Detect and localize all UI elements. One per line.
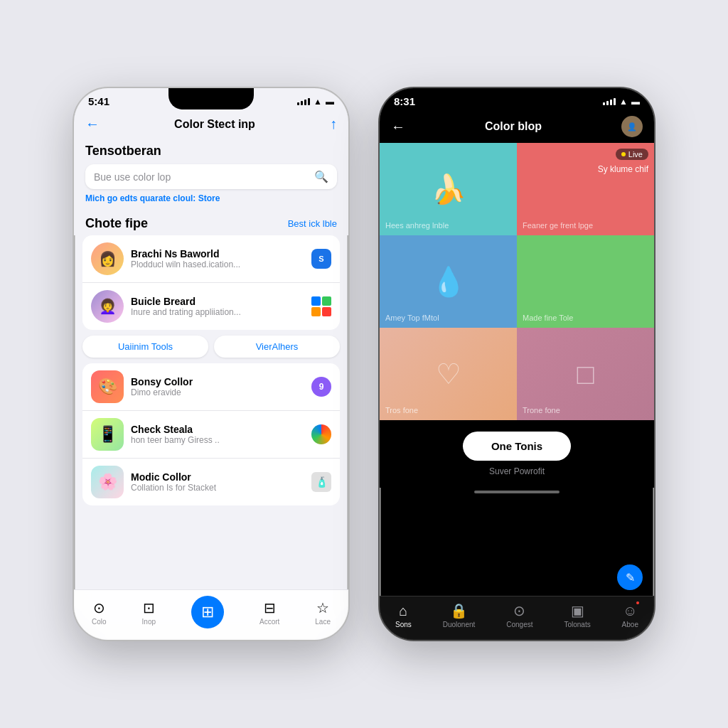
app-name-bonsy: Bonsy Collor (131, 376, 304, 387)
tab-icon-accort: ⊟ (264, 599, 276, 616)
tab-duolonent[interactable]: 🔒 Duolonent (443, 602, 476, 628)
color-cell-4[interactable]: ♡ Tros fone (380, 328, 517, 420)
cta-button[interactable]: One Tonis (463, 432, 571, 461)
tab-icon-inop: ⊡ (143, 599, 155, 616)
signal-icon-right (603, 98, 616, 105)
fab-button[interactable]: ✎ (617, 564, 643, 590)
tab-aboe[interactable]: ☺ Aboe (622, 603, 638, 628)
live-dot (621, 152, 626, 156)
list-item[interactable]: 👩‍🦱 Buicle Breard Inure and trating appl… (82, 283, 340, 330)
share-button-left[interactable]: ↑ (330, 116, 337, 132)
app-icon-check: 📱 (91, 418, 124, 451)
others-toggle-button[interactable]: VierAlhers (214, 336, 340, 358)
list-item[interactable]: 🎨 Bonsy Collor Dimo eravide 9 (82, 363, 340, 411)
live-badge: Live (616, 149, 648, 160)
cell-title-1: Sy klume chif (598, 164, 648, 174)
cell-label-0: Hees anhreg lnble (385, 221, 449, 230)
waterdrop-icon: 💧 (431, 265, 466, 299)
tab-inop[interactable]: ⊡ Inop (142, 599, 156, 626)
app-desc-bonsy: Dimo eravide (131, 387, 304, 397)
tab-accort[interactable]: ⊟ Accort (259, 599, 279, 626)
cta-section: One Tonis Suver Powrofit (380, 420, 654, 488)
color-cell-2[interactable]: 💧 Amey Top fMtol (380, 235, 517, 328)
tab-icon-congest: ⊙ (513, 602, 525, 619)
avatar-right: 👤 (621, 116, 643, 137)
page-title-left: Color Stect inp (174, 118, 255, 131)
app-name-1: Brachi Ns Baworld (131, 248, 304, 259)
app-action-1: S (311, 249, 331, 269)
tab-lace[interactable]: ☆ Lace (315, 599, 331, 626)
tab-icon-colo: ⊙ (93, 599, 105, 616)
color-cell-1[interactable]: Live Sy klume chif Feaner ge frent lpge (517, 143, 654, 235)
center-icon: ⊞ (201, 603, 214, 621)
banana-icon: 🍌 (431, 173, 466, 206)
app-name-2: Buicle Breard (131, 296, 304, 307)
box-icon: □ (577, 358, 594, 390)
app-desc-check: hon teer bamy Giress .. (131, 435, 304, 445)
app-action-check (311, 424, 331, 444)
app-action-bonsy: 9 (311, 377, 331, 397)
fab-icon: ✎ (626, 571, 635, 584)
cell-label-2: Amey Top fMtol (385, 314, 439, 322)
tab-bar-right: ⌂ Sons 🔒 Duolonent ⊙ Congest ▣ Tolonats … (380, 596, 654, 640)
app-icon-modic: 🌸 (91, 466, 124, 498)
app-action-2 (311, 296, 331, 316)
tab-bar-left: ⊙ Colo ⊡ Inop ⊞ ⊟ Accort ☆ Lace (74, 589, 348, 640)
search-bar[interactable]: Bue use color lop 🔍 (85, 164, 337, 189)
list-item[interactable]: 📱 Check Steala hon teer bamy Giress .. (82, 411, 340, 459)
bottle-icon: 🧴 (311, 472, 331, 492)
color-cell-0[interactable]: 🍌 Hees anhreg lnble (380, 143, 517, 235)
tab-colo[interactable]: ⊙ Colo (92, 599, 107, 626)
cell-label-3: Made fine Tole (523, 314, 573, 322)
app-name-modic: Modic Collor (131, 471, 304, 483)
notch-left (168, 88, 254, 109)
badge-s: S (311, 249, 331, 269)
toggle-buttons: Uaiinim Tools VierAlhers (82, 336, 340, 358)
phones-container: 5:41 ▲ ▬ ← Color Stect inp ↑ Tensotberan (73, 87, 655, 641)
tab-icon-lace: ☆ (316, 599, 329, 616)
tab-label-tolonats: Tolonats (564, 621, 590, 628)
left-phone: 5:41 ▲ ▬ ← Color Stect inp ↑ Tensotberan (73, 87, 350, 641)
list-item[interactable]: 👩 Brachi Ns Baworld Plodducl wiln hased.… (82, 235, 340, 283)
search-section: Tensotberan Bue use color lop 🔍 Mich go … (74, 138, 348, 209)
tab-label-lace: Lace (315, 618, 331, 626)
app-info-bonsy: Bonsy Collor Dimo eravide (131, 376, 304, 397)
tab-tolonats[interactable]: ▣ Tolonats (564, 602, 590, 628)
search-icon: 🔍 (314, 170, 328, 183)
wifi-icon-right: ▲ (619, 97, 628, 107)
color-grid: 🍌 Hees anhreg lnble Live Sy klume chif F… (380, 143, 654, 420)
grid-icon (311, 296, 331, 316)
section-link[interactable]: Best ick lble (288, 218, 337, 229)
section-title: Chote fipe (85, 216, 148, 231)
app-action-modic: 🧴 (311, 472, 331, 492)
tab-icon-sons: ⌂ (399, 603, 407, 619)
tab-center[interactable]: ⊞ (191, 596, 224, 628)
tools-toggle-button[interactable]: Uaiinim Tools (82, 336, 208, 358)
app-desc-2: Inure and trating appliiation... (131, 307, 304, 317)
center-tab-button[interactable]: ⊞ (191, 596, 224, 628)
cell-label-1: Feaner ge frent lpge (523, 221, 593, 230)
search-label: Tensotberan (85, 144, 337, 159)
battery-icon-right: ▬ (631, 97, 640, 107)
status-icons-left: ▲ ▬ (297, 97, 334, 107)
number-badge-9: 9 (311, 377, 331, 397)
store-link[interactable]: Store (198, 193, 220, 203)
tab-icon-tolonats: ▣ (571, 602, 584, 619)
signal-icon-left (297, 98, 310, 105)
time-left: 5:41 (88, 95, 109, 107)
app-list-top: 👩 Brachi Ns Baworld Plodducl wiln hased.… (82, 235, 340, 330)
list-item[interactable]: 🌸 Modic Collor Collation Is for Stacket … (82, 459, 340, 505)
tab-congest[interactable]: ⊙ Congest (506, 602, 532, 628)
back-button-right[interactable]: ← (391, 119, 405, 135)
nav-header-left: ← Color Stect inp ↑ (74, 110, 348, 138)
apps-section-header: Chote fipe Best ick lble (74, 209, 348, 235)
tab-sons[interactable]: ⌂ Sons (395, 603, 412, 628)
back-button-left[interactable]: ← (85, 116, 100, 132)
info-text: Mich go edts quarate cloul: Store (85, 193, 337, 203)
app-desc-1: Plodducl wiln hased.ication... (131, 259, 304, 269)
color-cell-5[interactable]: □ Trone fone (517, 328, 654, 420)
notification-dot (636, 601, 639, 604)
cell-label-5: Trone fone (523, 406, 560, 414)
color-cell-3[interactable]: Made fine Tole (517, 235, 654, 328)
time-right: 8:31 (394, 95, 415, 107)
